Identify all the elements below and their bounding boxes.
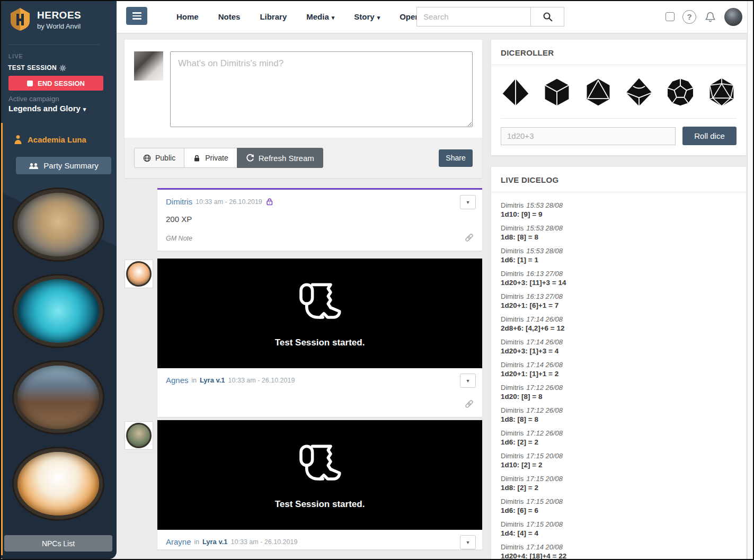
post-character-avatar[interactable] xyxy=(125,260,153,288)
square-toggle-icon[interactable] xyxy=(666,12,675,21)
dicelog-user: Dimitris xyxy=(501,247,524,255)
dicelog-roll: 1d8: [8] = 8 xyxy=(501,415,737,424)
character-portrait-4[interactable] xyxy=(14,448,103,519)
campaign-selector[interactable]: Legends and Glory▾ xyxy=(8,104,86,113)
post-in-word: in xyxy=(194,538,199,546)
dicelog-time: 16:13 27/08 xyxy=(526,292,563,300)
dicelog-roll: 1d20+4: [18]+4 = 22 xyxy=(501,552,737,560)
roll-dice-button[interactable]: Roll dice xyxy=(682,127,737,145)
nav-story[interactable]: Story▾ xyxy=(354,12,380,21)
gear-icon[interactable] xyxy=(59,65,66,72)
post-timestamp: 10:33 am - 26.10.2019 xyxy=(196,198,262,206)
post-menu-button[interactable]: ▾ xyxy=(460,535,476,549)
dicelog-roll: 1d8: [2] = 2 xyxy=(501,483,737,492)
session-started-message: Test Session started. xyxy=(275,499,365,510)
party-summary-button[interactable]: Party Summary xyxy=(16,157,111,174)
stream-post-gm-note: Dimitris 10:33 am - 26.10.2019 ▾ 200 XP … xyxy=(157,188,482,251)
dice-formula-input[interactable] xyxy=(501,127,676,145)
diceroller-panel: DICEROLLER xyxy=(491,40,746,155)
nav-media[interactable]: Media▾ xyxy=(306,12,334,21)
post-menu-button[interactable]: ▾ xyxy=(460,374,476,388)
d6-die-icon[interactable] xyxy=(542,77,572,107)
character-portrait-3[interactable] xyxy=(14,362,103,433)
share-button[interactable]: Share xyxy=(439,149,473,167)
dicelog-entry: Dimitris17:12 26/08 1d8: [8] = 8 xyxy=(501,406,737,424)
dicelog-time: 17:15 20/08 xyxy=(526,520,563,528)
d20-die-icon[interactable] xyxy=(707,77,737,107)
session-started-panel: Test Session started. xyxy=(157,420,482,530)
dicelog-user: Dimitris xyxy=(501,475,524,483)
link-icon[interactable] xyxy=(465,399,474,408)
dicelog-roll: 1d10: [2] = 2 xyxy=(501,460,737,469)
menu-button[interactable] xyxy=(126,7,147,25)
character-portrait-2[interactable] xyxy=(14,275,103,346)
dicelog-entry: Dimitris16:13 27/08 1d20+3: [11]+3 = 14 xyxy=(501,270,737,287)
end-session-label: END SESSION xyxy=(38,79,85,87)
dicelog-roll: 1d6: [6] = 6 xyxy=(501,506,737,515)
dicelog-time: 17:14 26/08 xyxy=(526,338,563,346)
dicelog-roll: 1d10: [9] = 9 xyxy=(501,210,737,219)
link-icon[interactable] xyxy=(465,233,474,242)
nav-home[interactable]: Home xyxy=(176,12,199,21)
campaign-name: Legends and Glory xyxy=(8,104,81,113)
d12-die-icon[interactable] xyxy=(666,77,695,107)
activity-feed: Public Private xyxy=(117,33,490,560)
dicelog-time: 17:15 20/08 xyxy=(526,475,563,483)
end-session-button[interactable]: END SESSION xyxy=(8,76,103,91)
app-title: HEROES xyxy=(37,10,81,21)
campaign-icon xyxy=(14,135,22,145)
dicelog-entry: Dimitris17:14 26/08 1d20+1: [1]+1 = 2 xyxy=(501,361,737,378)
dicelog-user: Dimitris xyxy=(501,315,524,323)
caret-down-icon: ▾ xyxy=(83,106,86,112)
refresh-icon xyxy=(246,154,254,162)
post-timestamp: 10:33 am - 26.10.2019 xyxy=(231,538,298,546)
dicelog-roll: 1d4: [4] = 4 xyxy=(501,529,737,538)
post-in-word: in xyxy=(192,377,197,384)
dicelog-roll: 1d6: [1] = 1 xyxy=(501,255,737,264)
composer-textarea[interactable] xyxy=(170,51,473,127)
caret-down-icon: ▾ xyxy=(377,14,380,21)
dicelog-entry: Dimitris15:53 28/08 1d8: [8] = 8 xyxy=(501,224,737,242)
page-scrollbar[interactable] xyxy=(747,0,754,560)
help-icon[interactable]: ? xyxy=(682,10,696,24)
search-button[interactable] xyxy=(530,7,564,26)
d8-die-icon[interactable] xyxy=(583,77,613,107)
diceroller-title: DICEROLLER xyxy=(491,40,746,65)
party-header[interactable]: Academia Luna xyxy=(14,135,86,145)
dicelog-time: 17:14 26/08 xyxy=(526,315,563,323)
sidebar: HEROES by World Anvil LIVE TEST SESSION … xyxy=(0,0,117,559)
dicelog-entry: Dimitris16:13 27/08 1d20+1: [6]+1 = 7 xyxy=(501,292,737,310)
user-avatar[interactable] xyxy=(724,8,742,26)
right-sidebar: DICEROLLER xyxy=(491,33,746,560)
post-world-link[interactable]: Lyra v.1 xyxy=(200,376,225,384)
search-input[interactable] xyxy=(416,7,530,26)
public-button[interactable]: Public xyxy=(134,148,184,168)
post-character-avatar[interactable] xyxy=(125,421,153,450)
nav-library[interactable]: Library xyxy=(260,12,287,21)
dicelog-user: Dimitris xyxy=(501,543,524,551)
refresh-stream-button[interactable]: Refresh Stream xyxy=(237,148,323,168)
post-menu-button[interactable]: ▾ xyxy=(460,195,476,209)
dicelog-user: Dimitris xyxy=(501,406,524,414)
post-author-link[interactable]: Arayne xyxy=(166,537,191,546)
dicelog-time: 15:53 28/08 xyxy=(526,201,563,209)
private-button[interactable]: Private xyxy=(184,148,237,168)
post-body: 200 XP xyxy=(157,209,482,227)
dicelog-user: Dimitris xyxy=(501,361,524,369)
post-author-link[interactable]: Dimitris xyxy=(166,197,192,206)
dicelog-user: Dimitris xyxy=(501,224,524,232)
dicelog-roll: 1d6: [2] = 2 xyxy=(501,438,737,447)
campaign-accent-strip xyxy=(0,123,3,555)
bell-icon[interactable] xyxy=(704,11,716,23)
post-world-link[interactable]: Lyra v.1 xyxy=(202,538,228,546)
character-portrait-1[interactable] xyxy=(14,189,103,260)
npcs-list-button[interactable]: NPCs List xyxy=(4,535,112,552)
nav-notes[interactable]: Notes xyxy=(218,12,241,21)
globe-icon xyxy=(143,154,151,162)
d10-die-icon[interactable] xyxy=(624,77,654,107)
d4-die-icon[interactable] xyxy=(501,77,530,107)
caret-down-icon: ▾ xyxy=(466,378,469,384)
dicelog-entries: Dimitris15:53 28/08 1d10: [9] = 9 Dimitr… xyxy=(491,192,746,560)
post-author-link[interactable]: Agnes xyxy=(166,376,189,385)
composer-footer: Public Private xyxy=(125,138,482,178)
